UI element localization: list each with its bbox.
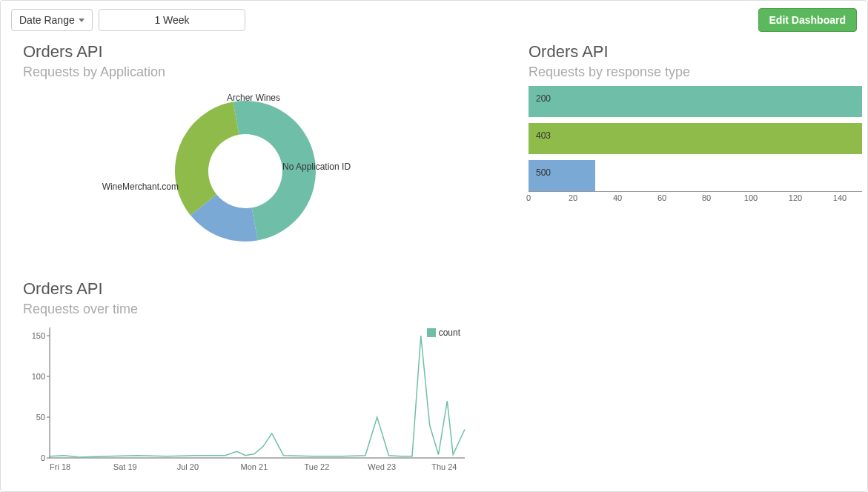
date-range-value-text: 1 Week [154, 14, 189, 26]
axis-tick: 100 [744, 193, 758, 202]
donut-slice [175, 102, 239, 215]
y-tick: 0 [41, 453, 45, 462]
y-tick: 150 [32, 331, 45, 340]
x-tick: Sat 19 [113, 462, 137, 471]
bar-label: 500 [536, 167, 551, 178]
bar-axis: 020406080100120140 [529, 191, 862, 207]
panel-subtitle: Requests by response type [529, 64, 862, 80]
axis-tick: 20 [569, 193, 577, 202]
bar: 200 [529, 86, 862, 117]
axis-tick: 140 [833, 193, 847, 202]
panel-title: Orders API [23, 42, 483, 62]
topbar: Date Range 1 Week Edit Dashboard [11, 8, 857, 32]
axis-tick: 80 [702, 193, 711, 202]
donut-label: WineMerchant.com [102, 182, 179, 192]
legend-label: count [439, 328, 460, 338]
line-chart: count 050100150Fri 18Sat 19Jul 20Mon 21T… [23, 323, 468, 471]
bar: 403 [529, 123, 862, 154]
chevron-down-icon [79, 19, 85, 22]
date-range-value[interactable]: 1 Week [99, 9, 245, 31]
bar-label: 403 [536, 130, 551, 141]
y-tick: 50 [36, 413, 45, 422]
panel-requests-by-application: Orders API Requests by Application No Ap… [23, 42, 483, 256]
dashboard-frame: Date Range 1 Week Edit Dashboard Orders … [0, 0, 868, 492]
edit-dashboard-button[interactable]: Edit Dashboard [758, 8, 857, 32]
donut-chart: No Application IDArcher WinesWineMerchan… [82, 86, 364, 256]
x-tick: Tue 22 [304, 462, 329, 471]
axis-tick: 0 [526, 193, 531, 202]
panel-requests-over-time: Orders API Requests over time count 0501… [23, 279, 483, 471]
x-tick: Jul 20 [177, 462, 199, 471]
date-range-label: Date Range [19, 14, 75, 26]
bar: 500 [529, 160, 595, 191]
panel-subtitle: Requests by Application [23, 64, 483, 80]
x-tick: Thu 24 [431, 462, 457, 471]
y-tick: 100 [32, 372, 45, 381]
panel-title: Orders API [529, 42, 862, 62]
x-tick: Mon 21 [241, 462, 268, 471]
axis-tick: 40 [613, 193, 622, 202]
panel-title: Orders API [23, 279, 483, 299]
bar-label: 200 [536, 93, 551, 104]
line-legend: count [427, 328, 460, 338]
bar-chart: 200403500020406080100120140 [529, 86, 862, 207]
donut-label: No Application ID [282, 162, 351, 172]
legend-swatch-icon [427, 328, 436, 337]
panel-subtitle: Requests over time [23, 302, 483, 317]
x-tick: Wed 23 [368, 462, 396, 471]
axis-line [50, 328, 465, 458]
x-tick: Fri 18 [50, 462, 70, 471]
date-range-dropdown[interactable]: Date Range [11, 9, 93, 31]
panel-requests-by-response-type: Orders API Requests by response type 200… [529, 42, 862, 207]
axis-tick: 60 [657, 193, 666, 202]
line-series [50, 336, 465, 457]
donut-label: Archer Wines [227, 93, 280, 103]
axis-tick: 120 [789, 193, 802, 202]
